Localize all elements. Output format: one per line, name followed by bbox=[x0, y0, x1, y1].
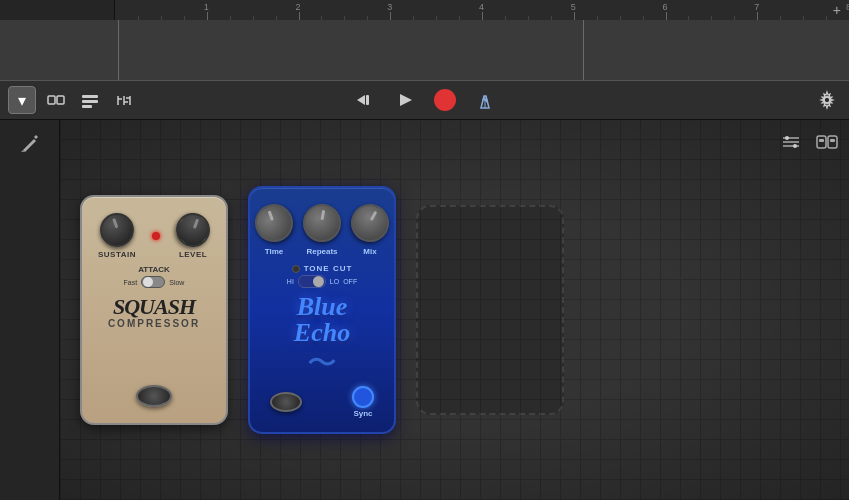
svg-rect-4 bbox=[82, 105, 92, 108]
list-view-button[interactable] bbox=[76, 86, 104, 114]
time-knob[interactable] bbox=[248, 197, 300, 249]
time-label: Time bbox=[265, 247, 284, 256]
squash-footswitch[interactable] bbox=[136, 385, 172, 407]
svg-point-23 bbox=[785, 136, 789, 140]
svg-rect-0 bbox=[48, 96, 55, 104]
svg-marker-13 bbox=[400, 94, 412, 106]
svg-point-24 bbox=[793, 144, 797, 148]
svg-rect-12 bbox=[366, 95, 369, 105]
repeats-label: Repeats bbox=[306, 247, 337, 256]
sustain-label: SUSTAIN bbox=[98, 250, 136, 259]
blue-echo-logo: BlueEcho 〜 bbox=[294, 294, 350, 378]
sustain-knob-wrap: SUSTAIN bbox=[98, 213, 136, 259]
ruler-left-pad bbox=[0, 0, 115, 20]
pedal-blue-echo: Time Repeats Mix TONE CUT HI bbox=[248, 186, 396, 434]
attack-section: ATTACK Fast Slow bbox=[124, 265, 185, 288]
pedalboard-view-button[interactable] bbox=[813, 128, 841, 156]
svg-rect-28 bbox=[830, 139, 835, 142]
box-icon bbox=[47, 91, 65, 109]
svg-marker-11 bbox=[357, 95, 365, 105]
tone-cut-led bbox=[292, 265, 300, 273]
repeats-knob[interactable] bbox=[303, 204, 341, 242]
empty-pedal-slot bbox=[416, 205, 564, 415]
rewind-button[interactable] bbox=[351, 86, 379, 114]
mix-knob-wrap: Mix bbox=[351, 204, 389, 256]
left-panel bbox=[0, 120, 60, 500]
svg-rect-27 bbox=[819, 139, 824, 142]
sustain-knob[interactable] bbox=[100, 213, 134, 247]
dropdown-button[interactable]: ▾ bbox=[8, 86, 36, 114]
gear-icon bbox=[817, 90, 837, 110]
main-content: SUSTAIN LEVEL ATTACK Fast Slow SQUASH CO bbox=[0, 120, 849, 500]
wiring-icon bbox=[781, 132, 801, 152]
hi-label: HI bbox=[287, 278, 294, 285]
echo-controls: TONE CUT HI LO OFF bbox=[258, 264, 386, 288]
off-label: OFF bbox=[343, 278, 357, 285]
echo-word: Echo bbox=[294, 318, 350, 347]
mixer-icon bbox=[115, 91, 133, 109]
attack-label: ATTACK bbox=[138, 265, 170, 274]
pedalboard-icon bbox=[816, 133, 838, 151]
wiring-button[interactable] bbox=[777, 128, 805, 156]
pencil-icon bbox=[20, 133, 40, 153]
attack-toggle[interactable] bbox=[141, 276, 165, 288]
level-label: LEVEL bbox=[179, 250, 207, 259]
ruler: 12345678 + bbox=[0, 0, 849, 20]
squash-title: SQUASH bbox=[108, 296, 200, 318]
attack-toggle-row: Fast Slow bbox=[124, 276, 185, 288]
fast-label: Fast bbox=[124, 279, 138, 286]
squash-subtitle: COMPRESSOR bbox=[108, 318, 200, 329]
tone-cut-row: TONE CUT bbox=[292, 264, 353, 273]
ruler-ticks: 12345678 bbox=[115, 0, 849, 20]
mix-label: Mix bbox=[363, 247, 376, 256]
tone-cut-label: TONE CUT bbox=[304, 264, 353, 273]
svg-rect-1 bbox=[57, 96, 64, 104]
blue-echo-title: BlueEcho bbox=[294, 294, 350, 346]
list-icon bbox=[81, 91, 99, 109]
metronome-icon bbox=[475, 90, 495, 110]
top-bar: ▾ bbox=[0, 0, 849, 120]
sync-button[interactable] bbox=[352, 386, 374, 408]
repeats-knob-wrap: Repeats bbox=[303, 204, 341, 256]
rewind-icon bbox=[356, 91, 374, 109]
dropdown-icon: ▾ bbox=[18, 91, 26, 110]
squash-knob-row: SUSTAIN LEVEL bbox=[98, 213, 210, 259]
draw-tool-button[interactable] bbox=[15, 128, 45, 158]
time-knob-wrap: Time bbox=[255, 204, 293, 256]
play-icon bbox=[396, 91, 414, 109]
pedalboard: SUSTAIN LEVEL ATTACK Fast Slow SQUASH CO bbox=[60, 120, 849, 500]
echo-knob-row: Time Repeats Mix bbox=[255, 204, 389, 256]
record-icon bbox=[434, 89, 456, 111]
power-led bbox=[152, 232, 160, 240]
svg-rect-2 bbox=[82, 95, 98, 98]
level-knob[interactable] bbox=[169, 206, 217, 254]
add-track-button[interactable]: + bbox=[833, 2, 841, 18]
record-button[interactable] bbox=[431, 86, 459, 114]
toolbar-left: ▾ bbox=[8, 86, 138, 114]
toolbar-right bbox=[813, 86, 841, 114]
svg-point-19 bbox=[824, 97, 830, 103]
pedal-squash-compressor: SUSTAIN LEVEL ATTACK Fast Slow SQUASH CO bbox=[80, 195, 228, 425]
echo-footswitch-row: Sync bbox=[258, 386, 386, 418]
toolbar-center bbox=[351, 86, 499, 114]
toolbar: ▾ bbox=[0, 80, 849, 120]
right-panel bbox=[777, 128, 841, 156]
play-button[interactable] bbox=[391, 86, 419, 114]
echo-footswitch[interactable] bbox=[270, 392, 302, 412]
hi-lo-off-row: HI LO OFF bbox=[287, 275, 357, 288]
settings-button[interactable] bbox=[813, 86, 841, 114]
lo-label: LO bbox=[330, 278, 339, 285]
hi-lo-toggle[interactable] bbox=[298, 275, 326, 288]
echo-swirl: 〜 bbox=[294, 348, 350, 378]
sync-button-wrap: Sync bbox=[352, 386, 374, 418]
mix-knob[interactable] bbox=[346, 199, 395, 248]
level-knob-wrap: LEVEL bbox=[176, 213, 210, 259]
mixer-button[interactable] bbox=[110, 86, 138, 114]
squash-text: SQUASH COMPRESSOR bbox=[108, 296, 200, 329]
sync-label: Sync bbox=[353, 409, 372, 418]
slow-label: Slow bbox=[169, 279, 184, 286]
box-view-button[interactable] bbox=[42, 86, 70, 114]
metronome-button[interactable] bbox=[471, 86, 499, 114]
svg-rect-3 bbox=[82, 100, 98, 103]
